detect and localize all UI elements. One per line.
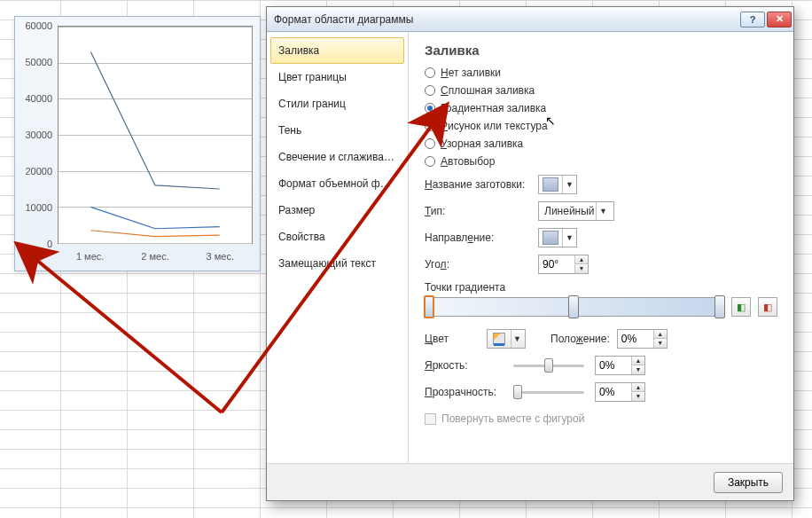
fill-option-label: Нет заливки [441,67,501,79]
label-angle: Угол: [425,258,538,271]
sidebar-item[interactable]: Заливка [270,37,404,64]
brightness-slider[interactable] [513,356,584,375]
spin-down-icon[interactable]: ▼ [575,264,588,273]
fill-option[interactable]: Сплошная заливка [425,84,777,97]
label-transparency: Прозрачность: [425,386,513,398]
label-position: Положение: [550,333,610,345]
sidebar-item[interactable]: Свойства [270,224,404,250]
gradient-stop[interactable] [714,295,725,318]
transparency-input[interactable] [596,384,631,400]
fill-option[interactable]: Автовыбор [425,155,777,168]
brightness-spinner[interactable]: ▲▼ [595,356,645,375]
label-preset: Название заготовки: [425,178,538,191]
chevron-down-icon: ▼ [562,229,576,247]
window-close-button[interactable]: ✕ [767,12,792,27]
label-color: Цвет [425,333,487,345]
sidebar-item[interactable]: Формат объемной фигуры [270,170,404,197]
sidebar-item[interactable]: Размер [270,197,404,224]
section-title: Заливка [425,43,777,58]
x-tick-label: 2 мес. [141,251,168,262]
dialog-sidebar: ЗаливкаЦвет границыСтили границТеньСвече… [267,32,409,463]
y-tick-label: 40000 [25,93,52,104]
spin-up-icon[interactable]: ▲ [654,330,667,339]
add-gradient-stop-button[interactable]: ◧ [731,297,751,317]
fill-option-label: Сплошная заливка [441,84,535,97]
preset-swatch-icon [543,177,558,192]
spin-down-icon[interactable]: ▼ [654,339,667,348]
fill-option-label: Узорная заливка [441,137,523,150]
fill-option-label: Автовыбор [441,155,495,168]
position-input[interactable] [618,331,653,347]
spin-up-icon[interactable]: ▲ [632,383,644,392]
x-tick-label: 3 мес. [207,251,234,262]
radio-icon [425,156,435,167]
transparency-slider[interactable] [513,382,584,402]
gradient-stop[interactable] [568,295,579,318]
spin-up-icon[interactable]: ▲ [575,255,588,264]
y-tick-label: 30000 [25,130,52,140]
close-button[interactable]: Закрыть [714,472,783,493]
help-icon: ? [750,14,756,25]
direction-dropdown[interactable]: ▼ [538,228,577,247]
transparency-spinner[interactable]: ▲▼ [595,382,645,402]
spin-down-icon[interactable]: ▼ [632,365,644,374]
sidebar-item[interactable]: Стили границ [270,90,404,117]
preset-dropdown[interactable]: ▼ [538,175,577,194]
y-tick-label: 60000 [25,20,52,31]
radio-icon [425,121,435,131]
gradient-bar[interactable] [425,297,724,317]
sidebar-item[interactable]: Цвет границы [270,64,404,90]
fill-option[interactable]: Нет заливки [425,67,777,79]
spin-down-icon[interactable]: ▼ [632,392,644,401]
format-dialog: Формат области диаграммы ? ✕ ЗаливкаЦвет… [266,6,794,501]
chevron-down-icon: ▼ [562,176,576,193]
chart-area[interactable]: 0100002000030000400005000060000 1 мес.2 … [14,16,261,271]
radio-icon [425,138,435,149]
dialog-title: Формат области диаграммы [274,13,413,26]
type-value: Линейный [544,205,595,217]
paint-bucket-icon [493,333,505,345]
remove-stop-icon: ◧ [763,302,772,313]
fill-option[interactable]: Градиентная заливка [425,102,777,114]
label-gradient-stops: Точки градиента [425,281,777,294]
fill-option-label: Градиентная заливка [441,102,546,114]
direction-swatch-icon [543,231,558,245]
label-direction: Направление: [425,232,538,244]
remove-gradient-stop-button[interactable]: ◧ [758,297,777,317]
fill-option-label: Рисунок или текстура [441,120,548,132]
y-tick-label: 50000 [25,57,52,67]
color-picker[interactable]: ▼ [487,329,526,349]
y-tick-label: 10000 [25,202,52,213]
sidebar-item[interactable]: Тень [270,117,404,144]
sidebar-item[interactable]: Замещающий текст [270,250,404,277]
gradient-stop[interactable] [424,295,434,318]
plot-area [58,26,253,244]
chevron-down-icon: ▼ [596,202,610,220]
brightness-input[interactable] [596,357,631,373]
radio-icon [425,67,435,78]
radio-icon [425,103,435,114]
help-button[interactable]: ? [740,12,765,27]
fill-option[interactable]: Узорная заливка [425,137,777,150]
x-tick-label: 1 мес. [76,251,104,262]
angle-spinner[interactable]: ▲▼ [538,255,589,274]
chevron-down-icon: ▼ [511,330,523,348]
label-brightness: Яркость: [425,359,513,372]
y-tick-label: 20000 [25,166,52,177]
dialog-content: Заливка Нет заливкиСплошная заливкаГради… [409,32,793,463]
close-icon: ✕ [776,13,784,25]
rotate-with-shape-checkbox [425,413,436,425]
angle-input[interactable] [539,256,574,272]
label-rotate-with-shape: Повернуть вместе с фигурой [441,412,584,425]
type-dropdown[interactable]: Линейный▼ [538,201,614,221]
y-tick-label: 0 [47,239,52,249]
dialog-titlebar[interactable]: Формат области диаграммы ? ✕ [267,7,793,32]
fill-option[interactable]: Рисунок или текстура [425,120,777,132]
spin-up-icon[interactable]: ▲ [632,357,644,365]
position-spinner[interactable]: ▲▼ [617,329,668,349]
radio-icon [425,85,435,96]
sidebar-item[interactable]: Свечение и сглаживание [270,144,404,170]
add-stop-icon: ◧ [737,302,746,313]
label-type: Тип: [425,205,538,217]
